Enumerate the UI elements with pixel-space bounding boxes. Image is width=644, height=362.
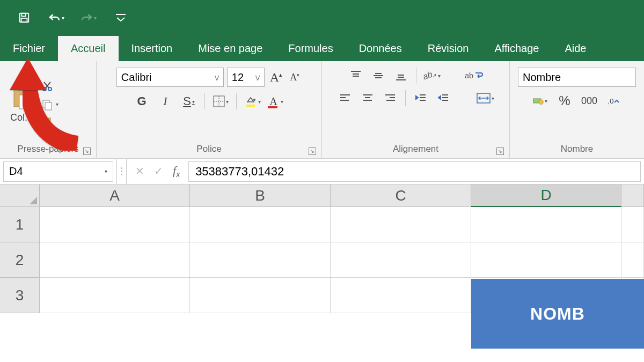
cell-e2[interactable] <box>621 242 644 278</box>
svg-rect-6 <box>19 95 30 109</box>
align-left-icon[interactable] <box>338 91 353 106</box>
clipboard-group-label: Presse-papiers <box>17 144 78 154</box>
font-color-icon[interactable]: A ▾ <box>268 93 284 109</box>
decrease-indent-icon[interactable] <box>413 91 428 106</box>
col-header-c[interactable]: C <box>331 184 471 207</box>
cell-b3[interactable] <box>190 278 331 313</box>
svg-marker-46 <box>438 96 441 99</box>
cancel-formula-icon[interactable]: ✕ <box>135 165 144 178</box>
cell-c2[interactable] <box>331 242 471 278</box>
redo-icon: ▾ <box>80 10 97 26</box>
cell-b1[interactable] <box>190 207 331 242</box>
col-header-a[interactable]: A <box>40 184 190 207</box>
undo-icon[interactable]: ▾ <box>48 10 64 26</box>
group-clipboard: Col... ▾ Presse-papiers ↘ <box>0 61 97 158</box>
cell-c3[interactable] <box>331 278 471 313</box>
align-bottom-icon[interactable] <box>393 68 408 83</box>
wrap-text-icon[interactable]: ab <box>465 68 483 83</box>
customize-qat-icon[interactable] <box>113 10 129 26</box>
name-box[interactable]: D4 ▾ <box>0 159 117 184</box>
svg-rect-14 <box>46 122 48 128</box>
alignment-dialog-launcher[interactable]: ↘ <box>496 147 504 155</box>
font-name-combo[interactable]: Calibri ⋁ <box>116 68 224 87</box>
insert-function-icon[interactable]: fx <box>173 164 180 179</box>
col-header-next[interactable] <box>621 184 644 207</box>
borders-icon[interactable]: ▾ <box>213 93 229 109</box>
expand-handle[interactable] <box>117 159 127 184</box>
chevron-down-icon: ⋁ <box>255 75 260 80</box>
tab-fichier[interactable]: Fichier <box>0 36 58 61</box>
col-header-b[interactable]: B <box>190 184 331 207</box>
svg-rect-12 <box>45 102 52 110</box>
ribbon: Col... ▾ Presse-papiers ↘ <box>0 61 644 159</box>
font-size-value: 12 <box>232 71 244 84</box>
svg-marker-42 <box>416 96 418 99</box>
cell-a1[interactable] <box>40 207 190 242</box>
chevron-down-icon: ▾ <box>105 168 107 174</box>
tab-donnees[interactable]: Données <box>346 36 415 61</box>
font-name-value: Calibri <box>121 71 152 84</box>
alignment-group-label: Alignement <box>393 144 438 154</box>
cell-e1[interactable] <box>621 207 644 242</box>
save-icon[interactable] <box>16 10 32 26</box>
orientation-icon[interactable]: ab↗▾ <box>424 68 439 83</box>
tab-aide[interactable]: Aide <box>552 36 599 61</box>
ribbon-tabs: Fichier Accueil Insertion Mise en page F… <box>0 35 644 61</box>
tab-formules[interactable]: Formules <box>275 36 346 61</box>
overlay-banner: NOMB <box>471 279 644 349</box>
svg-rect-20 <box>268 106 277 108</box>
increase-font-icon[interactable]: A▴ <box>268 69 284 86</box>
overlay-banner-text: NOMB <box>530 304 585 324</box>
font-dialog-launcher[interactable]: ↘ <box>309 147 316 155</box>
cell-b2[interactable] <box>190 242 331 278</box>
cell-c1[interactable] <box>331 207 471 242</box>
increase-indent-icon[interactable] <box>436 91 451 106</box>
tab-mise-en-page[interactable]: Mise en page <box>185 36 275 61</box>
paste-button[interactable]: Col... <box>5 82 38 123</box>
group-number: Nombre ▾ % 000 ,0 Nombre <box>510 61 644 158</box>
font-group-label: Police <box>196 144 221 154</box>
align-center-icon[interactable] <box>360 91 375 106</box>
cut-icon[interactable] <box>41 80 58 93</box>
cell-d2[interactable] <box>471 242 621 278</box>
percent-format-icon[interactable]: % <box>557 93 572 108</box>
name-box-value: D4 <box>9 165 23 178</box>
accounting-format-icon[interactable]: ▾ <box>532 93 547 108</box>
align-right-icon[interactable] <box>383 91 398 106</box>
enter-formula-icon[interactable]: ✓ <box>154 165 163 178</box>
merge-center-icon[interactable]: ▾ <box>477 91 494 106</box>
svg-point-50 <box>539 100 543 104</box>
select-all-corner[interactable] <box>0 184 40 207</box>
formula-input[interactable]: 35383773,01432 <box>188 161 641 182</box>
svg-rect-19 <box>246 105 255 107</box>
svg-point-18 <box>253 99 255 101</box>
col-header-d[interactable]: D <box>471 184 621 207</box>
cell-d1[interactable] <box>471 207 621 242</box>
align-middle-icon[interactable] <box>371 68 386 83</box>
clipboard-dialog-launcher[interactable]: ↘ <box>83 147 91 155</box>
decrease-font-icon[interactable]: A▾ <box>288 71 302 84</box>
row-header-1[interactable]: 1 <box>0 207 40 242</box>
tab-revision[interactable]: Révision <box>415 36 482 61</box>
increase-decimal-icon[interactable]: ,0 <box>606 93 621 108</box>
cell-a3[interactable] <box>40 278 190 313</box>
underline-button[interactable]: S▾ <box>181 93 197 109</box>
tab-insertion[interactable]: Insertion <box>119 36 186 61</box>
svg-rect-2 <box>21 18 27 22</box>
copy-icon[interactable]: ▾ <box>41 98 58 111</box>
formula-value: 35383773,01432 <box>195 165 284 179</box>
row-header-3[interactable]: 3 <box>0 278 40 313</box>
comma-format-icon[interactable]: 000 <box>582 93 597 108</box>
fill-color-icon[interactable]: ▾ <box>244 93 261 109</box>
bold-button[interactable]: G <box>134 93 150 109</box>
italic-button[interactable]: I <box>157 93 173 109</box>
number-format-combo[interactable]: Nombre <box>518 68 636 87</box>
formula-bar: D4 ▾ ✕ ✓ fx 35383773,01432 <box>0 159 644 184</box>
cell-a2[interactable] <box>40 242 190 278</box>
format-painter-icon[interactable] <box>41 116 58 129</box>
tab-affichage[interactable]: Affichage <box>481 36 552 61</box>
row-header-2[interactable]: 2 <box>0 242 40 278</box>
align-top-icon[interactable] <box>348 68 363 83</box>
font-size-combo[interactable]: 12 ⋁ <box>227 68 265 87</box>
tab-accueil[interactable]: Accueil <box>58 36 118 61</box>
